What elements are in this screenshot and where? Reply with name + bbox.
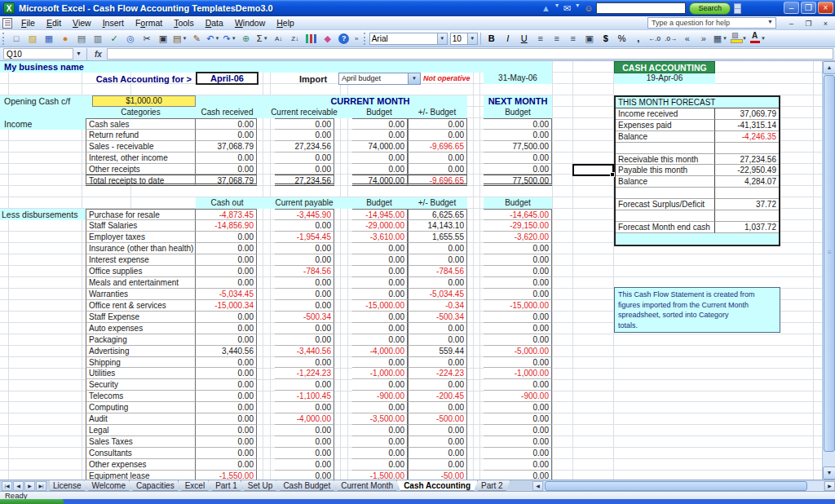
table-cell[interactable]: 0.00 — [275, 402, 334, 413]
forecast-label[interactable]: Payable this month — [616, 165, 715, 176]
chevron-down-icon[interactable]: ▼ — [467, 33, 477, 44]
table-cell[interactable]: 0.00 — [484, 425, 552, 436]
align-center-button[interactable]: ≡ — [550, 32, 564, 46]
forecast-value[interactable]: 37,069.79 — [715, 108, 779, 120]
forecast-value[interactable]: 37.72 — [715, 199, 779, 210]
forecast-label[interactable]: Forecast Surplus/Deficit — [616, 199, 715, 210]
table-cell[interactable]: -3,610.00 — [352, 232, 408, 243]
menu-window[interactable]: Window — [229, 17, 271, 29]
forecast-value[interactable] — [715, 210, 779, 222]
chevron-down-icon[interactable]: ▾ — [555, 2, 559, 15]
table-cell[interactable]: -500.34 — [275, 312, 334, 323]
table-cell[interactable]: 77,500.00 — [484, 175, 552, 186]
table-cell[interactable]: 0.00 — [275, 425, 334, 436]
table-cell[interactable]: 0.00 — [408, 130, 467, 141]
table-cell[interactable]: 0.00 — [484, 130, 552, 141]
next-month-date[interactable]: 31-May-06 — [484, 73, 552, 82]
print-button[interactable]: ▤ — [74, 32, 89, 46]
scroll-right-icon[interactable]: ▶ — [824, 481, 835, 491]
increase-indent-button[interactable]: » — [696, 32, 711, 46]
import-select[interactable]: April budget ▼ — [338, 73, 421, 85]
save-button[interactable]: ▦ — [42, 32, 56, 46]
table-cell[interactable]: 0.00 — [352, 436, 408, 448]
cash-accounting-for-label[interactable]: Cash Accounting for > — [49, 74, 192, 84]
table-cell[interactable]: -1,500.00 — [352, 471, 408, 480]
table-cell[interactable]: 0.00 — [196, 357, 257, 369]
table-cell[interactable]: 0.00 — [408, 334, 467, 346]
table-cell[interactable]: 0.00 — [196, 323, 257, 334]
table-cell[interactable]: 0.00 — [275, 300, 334, 312]
table-cell[interactable]: -15,000.00 — [484, 300, 552, 312]
table-cell[interactable]: Interest expense — [86, 254, 196, 266]
format-painter-button[interactable]: ✎ — [189, 32, 204, 46]
table-cell[interactable]: 0.00 — [352, 334, 408, 346]
menu-help[interactable]: Help — [271, 17, 300, 29]
table-cell[interactable]: 0.00 — [275, 164, 334, 175]
cut-button[interactable]: ✂ — [139, 32, 154, 46]
research-button[interactable]: ◎ — [123, 32, 138, 46]
selected-cell-q10[interactable] — [572, 164, 614, 176]
table-cell[interactable]: 0.00 — [408, 254, 467, 266]
sheet-tab-license[interactable]: License — [50, 480, 88, 491]
table-cell[interactable]: Other expenses — [86, 459, 196, 471]
table-cell[interactable]: 0.00 — [275, 357, 334, 369]
menu-file[interactable]: File — [15, 17, 41, 29]
forecast-label[interactable]: Income received — [616, 108, 715, 120]
table-cell[interactable]: 0.00 — [196, 312, 257, 323]
minimize-button[interactable]: – — [784, 2, 799, 14]
table-cell[interactable]: 0.00 — [352, 312, 408, 323]
sheet-tab-welcome[interactable]: Welcome — [84, 480, 133, 491]
chevron-down-icon[interactable]: ▼ — [182, 36, 187, 41]
table-cell[interactable]: 0.00 — [196, 232, 257, 243]
opening-cash-label[interactable]: Opening Cash c/f — [4, 96, 70, 106]
table-cell[interactable]: 0.00 — [408, 357, 467, 369]
table-cell[interactable]: 1,655.55 — [408, 232, 467, 243]
table-cell[interactable]: 0.00 — [275, 118, 334, 130]
undo-button[interactable]: ↶▼ — [205, 32, 220, 46]
table-cell[interactable]: -15,000.00 — [352, 300, 408, 312]
borders-button[interactable]: ▦▼ — [713, 32, 728, 46]
table-cell[interactable]: Office supplies — [86, 266, 196, 277]
toolbar-options-icon[interactable]: » — [352, 32, 361, 46]
redo-button[interactable]: ↷▼ — [223, 32, 237, 46]
scroll-down-icon[interactable]: ▼ — [823, 466, 835, 480]
table-cell[interactable]: -3,445.90 — [275, 209, 334, 220]
menu-view[interactable]: View — [67, 17, 97, 29]
table-cell[interactable]: Insurance (other than health) — [86, 243, 196, 254]
table-cell[interactable]: 0.00 — [196, 425, 257, 436]
table-cell[interactable]: Legal — [86, 425, 196, 436]
table-cell[interactable]: 0.00 — [484, 402, 552, 413]
table-cell[interactable]: Total receipts to date — [86, 175, 196, 186]
cash-accounting-title[interactable]: CASH ACCOUNTING — [614, 61, 715, 73]
chevron-down-icon[interactable]: ▼ — [761, 36, 766, 41]
horizontal-scrollbar[interactable]: ◀ ▶ — [532, 480, 835, 491]
table-cell[interactable]: 0.00 — [275, 448, 334, 459]
table-cell[interactable]: 0.00 — [352, 425, 408, 436]
table-cell[interactable]: Sales - receivable — [86, 141, 196, 153]
sheet-tab-current-month[interactable]: Current Month — [334, 480, 400, 491]
table-cell[interactable]: 0.00 — [275, 220, 334, 232]
tab-prev-button[interactable]: ◀ — [13, 481, 24, 491]
table-cell[interactable]: 0.00 — [484, 379, 552, 391]
table-cell[interactable]: Cash sales — [86, 118, 196, 130]
table-cell[interactable]: 0.00 — [484, 334, 552, 346]
table-cell[interactable]: 0.00 — [352, 277, 408, 289]
sheet-tab-part-2[interactable]: Part 2 — [474, 480, 510, 491]
table-cell[interactable]: Telecoms — [86, 391, 196, 402]
table-cell[interactable]: -1,954.45 — [275, 232, 334, 243]
table-cell[interactable]: 0.00 — [196, 243, 257, 254]
sort-descending-button[interactable]: Z↓ — [288, 32, 303, 46]
increase-decimal-button[interactable]: ←.0 — [647, 32, 662, 46]
help-button[interactable]: ? — [337, 32, 351, 46]
workbook-restore-button[interactable]: ❐ — [802, 18, 815, 29]
table-cell[interactable]: 0.00 — [484, 164, 552, 175]
table-cell[interactable]: 0.00 — [196, 334, 257, 346]
mail-icon[interactable]: ✉ — [563, 2, 571, 15]
table-cell[interactable]: 0.00 — [352, 357, 408, 369]
table-cell[interactable]: Sales Taxes — [86, 436, 196, 448]
forecast-label[interactable]: Receivable this month — [616, 154, 715, 166]
table-cell[interactable]: 0.00 — [196, 164, 257, 175]
table-cell[interactable]: Interest, other income — [86, 153, 196, 164]
table-cell[interactable]: -5,034.45 — [196, 289, 257, 300]
table-cell[interactable]: 0.00 — [196, 277, 257, 289]
